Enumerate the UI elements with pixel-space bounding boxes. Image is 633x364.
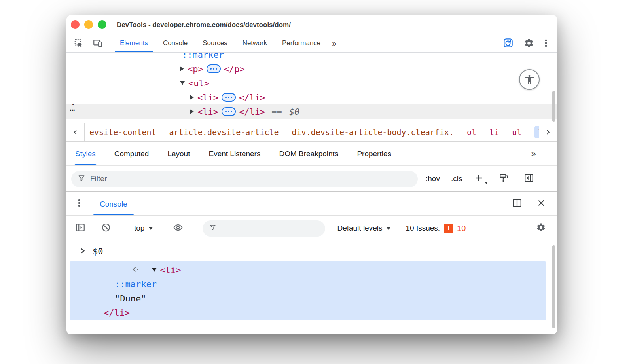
tab-dom-breakpoints[interactable]: DOM Breakpoints xyxy=(279,142,338,165)
tab-computed-label: Computed xyxy=(114,150,149,158)
tab-elements[interactable]: Elements xyxy=(112,34,155,52)
accessibility-icon[interactable] xyxy=(519,69,540,90)
devtools-window: DevTools - developer.chrome.com/docs/dev… xyxy=(66,15,557,334)
divider xyxy=(92,223,92,234)
context-label: top xyxy=(134,224,144,233)
tree-node-li[interactable]: <li> </li> xyxy=(66,90,557,104)
clipped-text-fragment: ⋯ xyxy=(70,105,75,115)
toggle-class-button[interactable]: .cls xyxy=(451,174,462,183)
more-tabs-chevron-icon[interactable]: » xyxy=(531,149,536,159)
tab-console[interactable]: Console xyxy=(155,34,195,52)
breadcrumb-item[interactable]: ul xyxy=(512,127,521,137)
ellipsis-expand-icon[interactable] xyxy=(222,93,236,102)
issues-counter[interactable]: 10 Issues: 10 xyxy=(406,224,466,233)
tab-layout[interactable]: Layout xyxy=(167,142,190,165)
drawer-tab-console[interactable]: Console xyxy=(93,192,134,215)
disclosure-expanded-icon[interactable] xyxy=(180,81,185,85)
breadcrumb-item[interactable]: ol xyxy=(467,127,476,137)
tab-computed[interactable]: Computed xyxy=(114,142,149,165)
disclosure-expanded-icon[interactable] xyxy=(152,268,157,272)
live-expression-eye-icon[interactable] xyxy=(172,222,184,235)
drawer-header-icons xyxy=(512,198,546,210)
ellipsis-expand-icon[interactable] xyxy=(222,107,236,116)
elements-scrollbar[interactable] xyxy=(552,91,555,122)
disclosure-collapsed-icon[interactable] xyxy=(190,95,194,100)
breadcrumb-item-selected[interactable]: li xyxy=(534,126,539,138)
issue-exclamation-icon xyxy=(444,224,453,233)
refresh-device-icon[interactable] xyxy=(503,38,514,48)
close-tag: </p> xyxy=(224,64,245,74)
filter-funnel-icon xyxy=(78,174,85,184)
tree-node-li-selected[interactable]: <li> </li> == $0 xyxy=(66,104,557,119)
tab-elements-label: Elements xyxy=(120,39,148,47)
toggle-hover-state-button[interactable]: :hov xyxy=(426,174,440,183)
breadcrumb-item[interactable]: evsite-content xyxy=(89,127,156,137)
disclosure-collapsed-icon[interactable] xyxy=(180,66,184,71)
console-drawer-header: Console xyxy=(66,192,557,216)
traffic-lights xyxy=(71,20,106,29)
window-title: DevTools - developer.chrome.com/docs/dev… xyxy=(117,15,291,34)
rendering-brush-icon[interactable] xyxy=(498,173,509,185)
tab-layout-label: Layout xyxy=(167,150,190,158)
close-window-button[interactable] xyxy=(71,20,80,29)
tab-sources[interactable]: Sources xyxy=(195,34,235,52)
inspect-element-icon[interactable] xyxy=(74,38,84,48)
tab-performance-label: Performance xyxy=(282,39,320,47)
split-panel-icon[interactable] xyxy=(512,198,522,210)
toggle-sidebar-icon[interactable] xyxy=(524,173,534,185)
console-settings-gear-icon[interactable] xyxy=(536,222,546,234)
tab-performance[interactable]: Performance xyxy=(275,34,328,52)
styles-filter-input[interactable] xyxy=(90,174,411,183)
console-sidebar-icon[interactable] xyxy=(75,222,85,235)
tab-event-listeners-label: Event Listeners xyxy=(208,150,260,158)
minimize-window-button[interactable] xyxy=(84,20,93,29)
styles-filter-bar: :hov .cls xyxy=(66,166,557,192)
issues-count: 10 xyxy=(457,224,466,233)
console-toolbar: top Default levels 10 Issues: 10 xyxy=(66,216,557,241)
equals-annotation: == xyxy=(271,107,282,117)
breadcrumb-item[interactable]: article.devsite-article xyxy=(169,127,279,137)
result-node-open[interactable]: <li> xyxy=(70,263,546,277)
close-drawer-icon[interactable] xyxy=(536,198,546,209)
tree-node-marker[interactable]: ::marker xyxy=(66,53,557,62)
titlebar: DevTools - developer.chrome.com/docs/dev… xyxy=(66,15,557,34)
execution-context-selector[interactable]: top xyxy=(134,224,153,233)
clear-console-icon[interactable] xyxy=(101,222,111,235)
kebab-menu-icon[interactable] xyxy=(544,38,548,48)
breadcrumb-item[interactable]: li xyxy=(489,127,499,137)
new-style-rule-icon[interactable] xyxy=(474,173,483,184)
dollar-zero-annotation: $0 xyxy=(289,107,300,117)
device-toolbar-icon[interactable] xyxy=(93,38,103,48)
result-node-close[interactable]: </li> xyxy=(70,305,546,320)
breadcrumb-scroll-left-icon[interactable] xyxy=(66,123,85,141)
chevron-down-icon xyxy=(386,227,391,230)
ellipsis-expand-icon[interactable] xyxy=(207,64,221,73)
tree-node-ul[interactable]: <ul> xyxy=(66,76,557,90)
breadcrumb-item[interactable]: div.devsite-article-body.clearfix. xyxy=(292,127,454,137)
console-scrollbar[interactable] xyxy=(552,245,555,328)
result-pseudo-element[interactable]: ::marker xyxy=(70,277,546,291)
drawer-tab-console-label: Console xyxy=(100,200,127,208)
tab-event-listeners[interactable]: Event Listeners xyxy=(208,142,260,165)
disclosure-collapsed-icon[interactable] xyxy=(190,109,194,114)
styles-filter-field[interactable] xyxy=(71,171,418,187)
styles-filter-controls: :hov .cls xyxy=(426,173,534,185)
console-result-expanded[interactable]: <li> ::marker "Dune" </li> xyxy=(70,261,546,320)
tab-styles[interactable]: Styles xyxy=(75,142,96,165)
result-text-node[interactable]: "Dune" xyxy=(70,291,546,305)
log-levels-selector[interactable]: Default levels xyxy=(337,224,391,233)
tab-properties[interactable]: Properties xyxy=(357,142,391,165)
breadcrumb-scroll-right-icon[interactable] xyxy=(539,123,557,141)
more-panels-chevron-icon[interactable]: » xyxy=(332,38,336,48)
chevron-down-icon xyxy=(484,182,487,184)
tab-sources-label: Sources xyxy=(203,39,227,47)
main-toolbar: Elements Console Sources Network Perform… xyxy=(66,34,557,53)
console-filter-input[interactable] xyxy=(221,224,319,233)
console-filter-field[interactable] xyxy=(203,220,325,237)
drawer-kebab-menu-icon[interactable] xyxy=(78,198,81,210)
settings-gear-icon[interactable] xyxy=(524,38,534,48)
tree-node-p[interactable]: <p> </p> xyxy=(66,62,557,76)
zoom-window-button[interactable] xyxy=(98,20,106,29)
tab-network[interactable]: Network xyxy=(235,34,275,52)
open-tag: <li> xyxy=(197,93,218,102)
